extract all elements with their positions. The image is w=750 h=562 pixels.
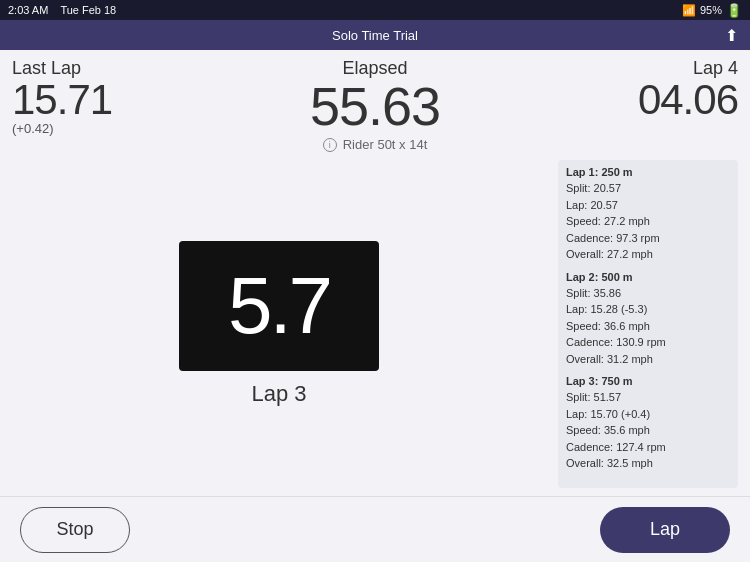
lap-section-data: Split: 20.57Lap: 20.57Speed: 27.2 mphCad… — [566, 180, 730, 263]
battery-icon: 🔋 — [726, 3, 742, 18]
big-number: 5.7 — [228, 260, 330, 352]
lap-section-data: Split: 35.86Lap: 15.28 (-5.3)Speed: 36.6… — [566, 285, 730, 368]
time-text: 2:03 AM — [8, 4, 48, 16]
date-text: Tue Feb 18 — [60, 4, 116, 16]
main-content: Last Lap 15.71 (+0.42) Elapsed 55.63 i R… — [0, 50, 750, 496]
last-lap-value: 15.71 — [12, 79, 112, 121]
lap-section-title: Lap 1: 250 m — [566, 166, 730, 178]
status-time: 2:03 AM Tue Feb 18 — [8, 4, 116, 16]
big-number-box: 5.7 — [179, 241, 379, 371]
middle-section: 5.7 Lap 3 Lap 1: 250 mSplit: 20.57Lap: 2… — [0, 152, 750, 496]
last-lap-section: Last Lap 15.71 (+0.42) — [12, 58, 112, 136]
status-right: 📶 95% 🔋 — [682, 3, 742, 18]
lap-section: Lap 3: 750 mSplit: 51.57Lap: 15.70 (+0.4… — [566, 375, 730, 472]
lap-section-title: Lap 3: 750 m — [566, 375, 730, 387]
elapsed-value: 55.63 — [112, 79, 638, 133]
big-display-area: 5.7 Lap 3 — [12, 160, 546, 488]
title-bar: Solo Time Trial ⬆ — [0, 20, 750, 50]
lap-section: Lap 2: 500 mSplit: 35.86Lap: 15.28 (-5.3… — [566, 271, 730, 368]
controls-bar: Stop Lap — [0, 496, 750, 562]
lap-panel: Lap 1: 250 mSplit: 20.57Lap: 20.57Speed:… — [558, 160, 738, 488]
last-lap-sub: (+0.42) — [12, 121, 112, 136]
info-icon: i — [323, 138, 337, 152]
rider-info: i Rider 50t x 14t — [112, 137, 638, 152]
lap-num-section: Lap 4 04.06 — [638, 58, 738, 121]
display-lap-label: Lap 3 — [251, 381, 306, 407]
battery-text: 95% — [700, 4, 722, 16]
wifi-icon: 📶 — [682, 4, 696, 17]
lap-section: Lap 1: 250 mSplit: 20.57Lap: 20.57Speed:… — [566, 166, 730, 263]
status-bar: 2:03 AM Tue Feb 18 📶 95% 🔋 — [0, 0, 750, 20]
top-stats: Last Lap 15.71 (+0.42) Elapsed 55.63 i R… — [0, 50, 750, 152]
share-icon[interactable]: ⬆ — [725, 26, 738, 45]
app-title: Solo Time Trial — [332, 28, 418, 43]
elapsed-section: Elapsed 55.63 i Rider 50t x 14t — [112, 58, 638, 152]
stop-button[interactable]: Stop — [20, 507, 130, 553]
lap-section-data: Split: 51.57Lap: 15.70 (+0.4)Speed: 35.6… — [566, 389, 730, 472]
lap-button[interactable]: Lap — [600, 507, 730, 553]
lap-section-title: Lap 2: 500 m — [566, 271, 730, 283]
lap-num-value: 04.06 — [638, 79, 738, 121]
rider-info-text: Rider 50t x 14t — [343, 137, 428, 152]
